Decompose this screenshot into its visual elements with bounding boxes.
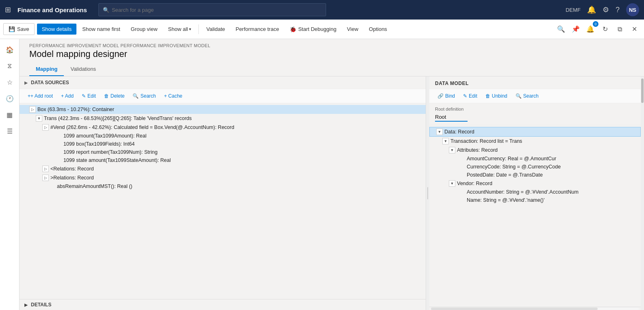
search-input[interactable] [112, 7, 322, 13]
open-new-window-icon[interactable]: ⧉ [613, 23, 626, 36]
details-label: DETAILS [31, 302, 51, 308]
dm-tree-row[interactable]: CurrencyCode: String = @.CurrencyCode [429, 163, 641, 171]
ds-header-label: DATA SOURCES [31, 80, 69, 85]
ds-toolbar: + + Add root + Add ✎ Edit 🗑 Delete [20, 89, 426, 103]
save-icon: 💾 [9, 26, 15, 32]
search-dm-icon: 🔍 [516, 93, 522, 99]
tab-bar: Mapping Validations [20, 63, 644, 76]
notification-toolbar-icon[interactable]: 🔔 0 [584, 23, 597, 36]
notification-icon[interactable]: 🔔 [587, 5, 596, 14]
expand-icon[interactable]: ▼ [449, 180, 455, 187]
main-content: 🏠 ⧖ ☆ 🕐 ▦ ☰ PERFORMANCE IMPROVEMENT MODE… [0, 39, 644, 310]
delete-button[interactable]: 🗑 Delete [101, 92, 128, 100]
dm-tree-row[interactable]: ▼ Vendor: Record [429, 179, 641, 188]
root-def-value: Root [435, 114, 468, 122]
sidebar-list-icon[interactable]: ☰ [2, 124, 17, 138]
data-model-pane: DATA MODEL 🔗 Bind ✎ Edit 🗑 Unbind [429, 76, 641, 310]
tree-row[interactable]: ▷ >Relations: Record [20, 173, 426, 182]
tree-row[interactable]: 1099 report number(Tax1099Num): String [20, 148, 426, 156]
dm-tree-row[interactable]: ▼ Attributes: Record [429, 146, 641, 155]
toolbar-right-icons: 🔍 📌 🔔 0 ↻ ⧉ ✕ [555, 23, 641, 36]
expand-icon[interactable]: ▷ [42, 124, 49, 131]
top-navigation: ⊞ Finance and Operations 🔍 DEMF 🔔 ⚙ ? NS [0, 0, 644, 20]
tree-row[interactable]: 1099 amount(Tax1099Amount): Real [20, 132, 426, 140]
view-button[interactable]: View [342, 24, 363, 35]
scroll-thumb[interactable] [641, 79, 644, 103]
pin-icon[interactable]: 📌 [569, 23, 582, 36]
tree-row[interactable]: 1099 state amount(Tax1099StateAmount): R… [20, 156, 426, 164]
tree-row[interactable]: ▼ Trans (422.3ms - 68.53%)[265][Q:265]: … [20, 114, 426, 123]
tree-row[interactable]: absRemainAmountMST(): Real () [20, 182, 426, 190]
close-icon[interactable]: ✕ [628, 23, 641, 36]
tree-row[interactable]: ▷ #Vend (262.6ms - 42.62%): Calculated f… [20, 123, 426, 132]
dm-tree-row[interactable]: AccountNumber: String = @.'#Vend'.Accoun… [429, 188, 641, 196]
refresh-icon[interactable]: ↻ [598, 23, 611, 36]
details-header[interactable]: ▶ DETAILS [20, 299, 426, 310]
tree-row[interactable]: 1099 box(Tax1099Fields): Int64 [20, 140, 426, 148]
data-sources-header: ▶ DATA SOURCES [20, 76, 426, 89]
edit-ds-button[interactable]: ✎ Edit [78, 92, 99, 100]
tree-row[interactable]: ▷ Box (63.3ms - 10.27%): Container [20, 105, 426, 114]
right-scrollbar[interactable] [641, 76, 644, 310]
expand-icon[interactable]: ▼ [436, 129, 443, 135]
global-search-box[interactable]: 🔍 [98, 3, 326, 16]
expand-icon[interactable]: ▼ [449, 147, 455, 153]
expand-icon[interactable]: ▼ [36, 115, 42, 122]
page-title: Model mapping designer [20, 49, 644, 63]
search-ds-button[interactable]: 🔍 Search [129, 92, 159, 100]
dm-tree-row[interactable]: Name: String = @.'#Vend'.'name()' [429, 196, 641, 204]
show-name-first-button[interactable]: Show name first [77, 24, 125, 35]
tab-validations[interactable]: Validations [64, 63, 102, 76]
ds-expand-icon[interactable]: ▶ [24, 81, 28, 85]
edit-icon: ✎ [82, 93, 86, 99]
environment-label: DEMF [566, 7, 581, 13]
dm-header: DATA MODEL [429, 76, 641, 89]
dm-tree-row[interactable]: PostedDate: Date = @.TransDate [429, 171, 641, 179]
tab-mapping[interactable]: Mapping [29, 63, 64, 76]
bind-button[interactable]: 🔗 Bind [434, 92, 458, 100]
notification-badge: 0 [593, 21, 598, 27]
sidebar-home-icon[interactable]: 🏠 [2, 42, 17, 57]
search-dm-button[interactable]: 🔍 Search [512, 92, 542, 100]
performance-trace-button[interactable]: Performance trace [231, 24, 284, 35]
grid-icon[interactable]: ⊞ [5, 5, 11, 14]
start-debugging-button[interactable]: 🐞 Start Debugging [285, 24, 341, 35]
separator-1 [198, 24, 199, 34]
add-root-button[interactable]: + + Add root [24, 92, 56, 100]
root-def-label: Root definition [435, 107, 635, 111]
dm-tree-row[interactable]: ▼ Transaction: Record list = Trans [429, 137, 641, 146]
pane-divider[interactable] [426, 76, 429, 310]
unbind-button[interactable]: 🗑 Unbind [482, 92, 511, 100]
show-details-button[interactable]: Show details [37, 24, 77, 35]
expand-icon[interactable]: ▷ [29, 106, 36, 113]
add-button[interactable]: + Add [58, 92, 77, 100]
search-ds-icon: 🔍 [133, 93, 139, 99]
page-area: PERFORMANCE IMPROVEMENT MODEL PERFORMANC… [20, 39, 644, 310]
avatar[interactable]: NS [626, 3, 639, 16]
details-expand-icon[interactable]: ▶ [24, 303, 28, 307]
edit-dm-button[interactable]: ✎ Edit [460, 92, 481, 100]
settings-icon[interactable]: ⚙ [603, 5, 609, 14]
options-button[interactable]: Options [364, 24, 392, 35]
validate-button[interactable]: Validate [201, 24, 230, 35]
search-toolbar-icon[interactable]: 🔍 [555, 23, 568, 36]
expand-icon[interactable]: ▼ [442, 138, 449, 144]
sidebar-favorites-icon[interactable]: ☆ [2, 75, 17, 90]
save-button[interactable]: 💾 Save [3, 23, 35, 35]
expand-icon[interactable]: ▷ [42, 166, 49, 172]
tree-row[interactable]: ▷ <Relations: Record [20, 164, 426, 173]
group-view-button[interactable]: Group view [126, 24, 163, 35]
sidebar-recent-icon[interactable]: 🕐 [2, 91, 17, 106]
data-sources-pane: ▶ DATA SOURCES + + Add root + Add ✎ Edit [20, 76, 426, 310]
sidebar-workspace-icon[interactable]: ▦ [2, 107, 17, 122]
help-icon[interactable]: ? [616, 6, 620, 14]
add-root-icon: + [28, 93, 30, 99]
dm-tree-row[interactable]: AmountCurrency: Real = @.AmountCur [429, 155, 641, 163]
show-all-button[interactable]: Show all ▾ [163, 24, 196, 35]
expand-icon[interactable]: ▷ [42, 175, 49, 181]
dm-tree-row[interactable]: ▼ Data: Record [429, 127, 641, 137]
sidebar-filter-icon[interactable]: ⧖ [2, 59, 17, 73]
root-definition-section: Root definition Root [429, 103, 641, 125]
cache-button[interactable]: + Cache [161, 92, 186, 100]
dm-tree: ▼ Data: Record ▼ Transaction: Record lis… [429, 125, 641, 307]
